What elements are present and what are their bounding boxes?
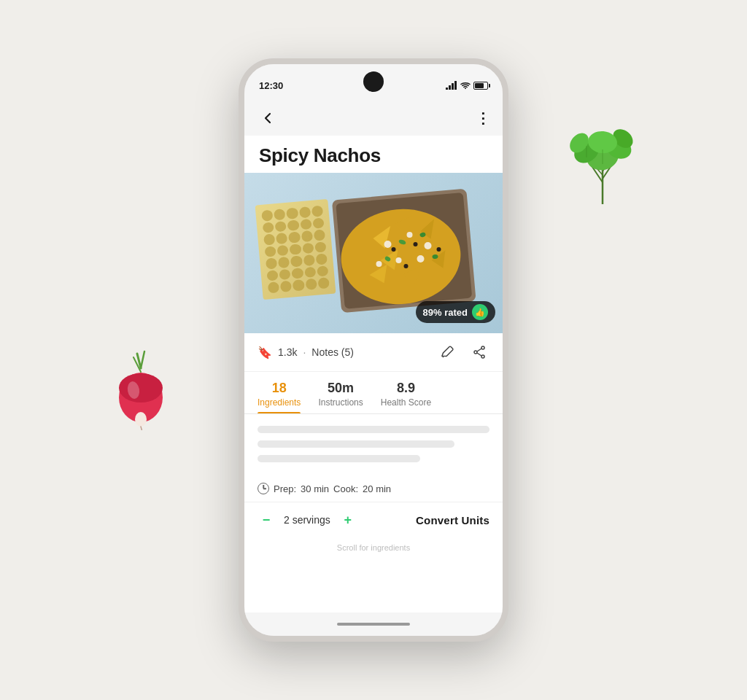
convert-units-button[interactable]: Convert Units bbox=[416, 514, 489, 526]
svg-line-55 bbox=[477, 349, 481, 351]
svg-rect-21 bbox=[446, 88, 448, 90]
svg-rect-24 bbox=[454, 81, 457, 90]
time-row: Prep: 30 min Cook: 20 min bbox=[244, 475, 503, 502]
svg-point-39 bbox=[425, 242, 432, 249]
recipe-content[interactable]: Spicy Nachos bbox=[244, 136, 503, 612]
rating-thumb-icon: 👍 bbox=[472, 304, 488, 320]
skeleton-line-2 bbox=[258, 440, 454, 448]
rating-badge: 89% rated 👍 bbox=[416, 301, 495, 323]
svg-line-7 bbox=[141, 427, 142, 430]
svg-point-47 bbox=[392, 247, 396, 252]
svg-point-37 bbox=[384, 241, 392, 248]
clock-icon bbox=[258, 483, 269, 494]
tab-instructions-label: Instructions bbox=[318, 397, 363, 408]
rating-text: 89% rated bbox=[423, 307, 468, 318]
phone-frame: 12:30 bbox=[239, 58, 508, 642]
action-icons bbox=[437, 342, 489, 362]
svg-point-40 bbox=[396, 257, 402, 263]
status-icons bbox=[446, 81, 488, 90]
save-info: 🔖 1.3k · Notes (5) bbox=[258, 346, 354, 359]
svg-point-50 bbox=[437, 247, 441, 252]
servings-increase-button[interactable]: + bbox=[339, 511, 357, 529]
svg-point-52 bbox=[481, 346, 484, 349]
cook-time: 20 min bbox=[363, 483, 391, 494]
tab-health[interactable]: 8.9 Health Score bbox=[381, 372, 431, 413]
signal-icon bbox=[446, 81, 457, 90]
svg-point-54 bbox=[474, 351, 477, 354]
chips-card bbox=[255, 199, 336, 300]
svg-point-5 bbox=[135, 412, 147, 427]
clock-hand-minute bbox=[263, 488, 266, 489]
svg-line-56 bbox=[477, 353, 481, 356]
scroll-hint: Scroll for ingredients bbox=[244, 537, 503, 558]
tab-ingredients-number: 18 bbox=[272, 381, 287, 396]
radish-decoration bbox=[108, 350, 174, 430]
notes-link[interactable]: Notes (5) bbox=[311, 346, 354, 358]
tab-ingredients[interactable]: 18 Ingredients bbox=[258, 372, 301, 413]
svg-rect-22 bbox=[449, 85, 451, 90]
nav-bar: ⋮ bbox=[244, 101, 503, 136]
back-button[interactable] bbox=[256, 106, 279, 130]
recipe-title: Spicy Nachos bbox=[244, 136, 503, 173]
recipe-image: 89% rated 👍 bbox=[244, 173, 503, 333]
cook-label: Cook: bbox=[333, 483, 358, 494]
svg-point-4 bbox=[119, 373, 163, 402]
svg-point-38 bbox=[407, 232, 413, 238]
save-count: 1.3k bbox=[278, 346, 297, 358]
front-camera bbox=[363, 71, 384, 92]
ingredient-skeleton bbox=[244, 414, 503, 475]
edit-button[interactable] bbox=[437, 342, 457, 362]
tab-ingredients-label: Ingredients bbox=[258, 397, 301, 408]
svg-point-53 bbox=[481, 355, 484, 358]
home-bar bbox=[337, 623, 410, 626]
svg-point-41 bbox=[417, 255, 425, 262]
tab-health-number: 8.9 bbox=[397, 381, 415, 396]
prep-time: 30 min bbox=[301, 483, 329, 494]
svg-rect-23 bbox=[452, 83, 454, 90]
share-button[interactable] bbox=[469, 342, 489, 362]
actions-row: 🔖 1.3k · Notes (5) bbox=[244, 333, 503, 372]
skeleton-line-1 bbox=[258, 426, 489, 433]
more-button[interactable]: ⋮ bbox=[476, 109, 491, 127]
svg-point-49 bbox=[404, 264, 409, 268]
svg-point-25 bbox=[465, 88, 466, 90]
battery-icon bbox=[473, 82, 488, 90]
herb-decoration bbox=[566, 117, 639, 211]
skeleton-line-3 bbox=[258, 455, 420, 462]
wifi-icon bbox=[460, 82, 471, 89]
tab-health-label: Health Score bbox=[381, 397, 431, 408]
separator: · bbox=[303, 346, 306, 358]
servings-decrease-button[interactable]: − bbox=[258, 511, 275, 529]
servings-control: − 2 servings + bbox=[258, 511, 357, 529]
prep-label: Prep: bbox=[274, 483, 296, 494]
home-indicator bbox=[244, 612, 503, 636]
status-time: 12:30 bbox=[259, 80, 283, 91]
servings-row: − 2 servings + Convert Units bbox=[244, 502, 503, 537]
svg-line-1 bbox=[141, 351, 144, 368]
chips-dots bbox=[261, 206, 330, 294]
svg-point-48 bbox=[414, 242, 418, 246]
tab-instructions-number: 50m bbox=[328, 381, 354, 396]
tabs-row: 18 Ingredients 50m Instructions 8.9 Heal… bbox=[244, 372, 503, 414]
status-bar: 12:30 bbox=[244, 64, 503, 101]
svg-point-42 bbox=[376, 261, 382, 267]
servings-count: 2 servings bbox=[284, 514, 330, 526]
tab-instructions[interactable]: 50m Instructions bbox=[318, 372, 363, 413]
bookmark-icon[interactable]: 🔖 bbox=[258, 346, 272, 359]
